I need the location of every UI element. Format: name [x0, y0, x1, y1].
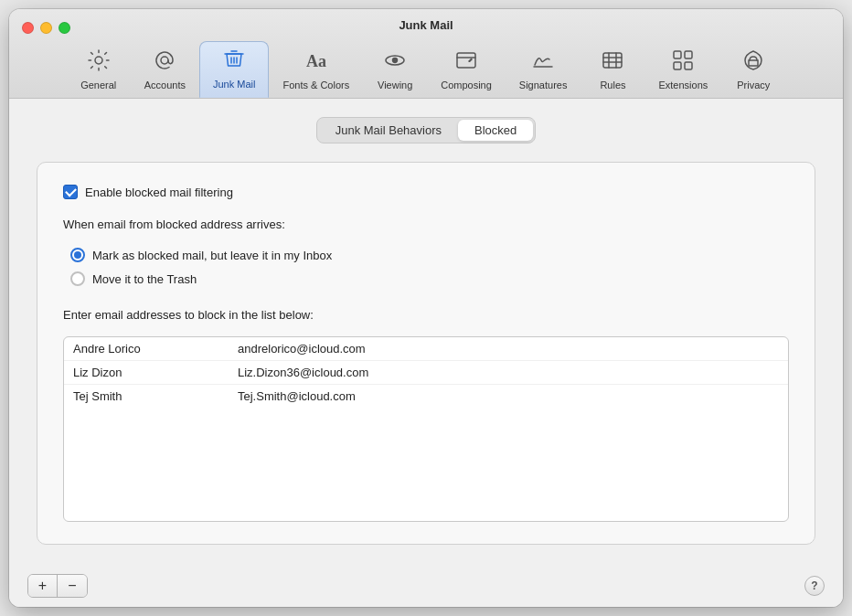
settings-panel: Enable blocked mail filtering When email… [37, 162, 815, 545]
list-section-label: Enter email addresses to block in the li… [63, 308, 789, 322]
svg-rect-5 [457, 53, 475, 68]
window-title: Junk Mail [399, 18, 453, 32]
fonts-icon: Aa [304, 48, 328, 76]
bottom-bar: + − ? [9, 563, 843, 607]
svg-rect-8 [685, 51, 692, 58]
contact-name-0: Andre Lorico [73, 342, 183, 356]
close-button[interactable] [22, 22, 34, 34]
segment-blocked[interactable]: Blocked [458, 120, 533, 141]
table-row: Andre Lorico andrelorico@icloud.com [64, 337, 788, 361]
toolbar-label-viewing: Viewing [378, 80, 412, 90]
toolbar-item-rules[interactable]: Rules [580, 42, 644, 98]
radio-move-trash-button[interactable] [70, 271, 85, 286]
content-area: Junk Mail Behaviors Blocked Enable block… [9, 99, 843, 563]
segment-junk-behaviors[interactable]: Junk Mail Behaviors [319, 120, 458, 141]
add-button[interactable]: + [28, 575, 58, 597]
toolbar: General Accounts [58, 41, 795, 98]
remove-button[interactable]: − [58, 575, 87, 597]
toolbar-label-privacy: Privacy [737, 80, 770, 90]
extensions-icon [671, 48, 695, 76]
toolbar-item-extensions[interactable]: Extensions [644, 42, 721, 98]
toolbar-item-viewing[interactable]: Viewing [363, 42, 427, 98]
contact-name-1: Liz Dizon [73, 366, 183, 379]
enable-filter-checkbox[interactable] [63, 185, 78, 199]
svg-point-1 [161, 57, 168, 64]
traffic-lights [22, 22, 70, 34]
svg-rect-10 [685, 62, 692, 69]
main-window: Junk Mail General [9, 9, 843, 607]
signatures-icon [531, 48, 555, 76]
gear-icon [87, 48, 111, 76]
radio-move-trash-label: Move it to the Trash [92, 272, 197, 286]
radio-mark-blocked-label: Mark as blocked mail, but leave it in my… [92, 249, 332, 262]
title-bar: Junk Mail General [9, 9, 843, 99]
svg-text:Aa: Aa [306, 52, 326, 70]
rules-icon [601, 48, 624, 76]
svg-rect-7 [674, 51, 681, 58]
toolbar-label-junk-mail: Junk Mail [213, 79, 255, 90]
svg-point-4 [393, 58, 398, 63]
radio-group: Mark as blocked mail, but leave it in my… [70, 248, 789, 286]
svg-point-0 [95, 57, 102, 64]
toolbar-label-extensions: Extensions [658, 80, 708, 90]
at-icon [153, 48, 176, 76]
segmented-control: Junk Mail Behaviors Blocked [316, 117, 537, 143]
junk-icon [222, 48, 246, 75]
svg-rect-9 [674, 62, 681, 69]
contact-name-2: Tej Smith [73, 389, 183, 403]
toolbar-label-composing: Composing [441, 80, 492, 90]
toolbar-item-accounts[interactable]: Accounts [131, 42, 199, 98]
toolbar-item-composing[interactable]: Composing [427, 42, 506, 98]
enable-filter-label: Enable blocked mail filtering [85, 186, 233, 199]
privacy-icon [741, 48, 765, 76]
svg-rect-6 [603, 53, 622, 68]
when-arrives-label: When email from blocked address arrives: [63, 218, 789, 231]
add-remove-group: + − [27, 574, 88, 598]
viewing-icon [383, 48, 407, 76]
contact-email-2: Tej.Smith@icloud.com [238, 389, 356, 403]
toolbar-item-fonts-colors[interactable]: Aa Fonts & Colors [269, 42, 363, 98]
radio-mark-blocked[interactable]: Mark as blocked mail, but leave it in my… [70, 248, 789, 262]
toolbar-label-fonts: Fonts & Colors [282, 80, 349, 90]
toolbar-label-accounts: Accounts [144, 80, 186, 90]
contact-email-0: andrelorico@icloud.com [238, 342, 366, 356]
enable-filter-row: Enable blocked mail filtering [63, 185, 789, 199]
composing-icon [454, 48, 478, 76]
toolbar-item-general[interactable]: General [67, 42, 131, 98]
email-list[interactable]: Andre Lorico andrelorico@icloud.com Liz … [63, 336, 789, 522]
toolbar-item-privacy[interactable]: Privacy [721, 42, 785, 98]
toolbar-item-signatures[interactable]: Signatures [506, 42, 581, 98]
radio-mark-blocked-button[interactable] [70, 248, 85, 262]
toolbar-label-rules: Rules [600, 80, 625, 90]
toolbar-label-general: General [80, 80, 116, 90]
table-row: Tej Smith Tej.Smith@icloud.com [64, 385, 788, 408]
help-button[interactable]: ? [804, 576, 825, 596]
table-row: Liz Dizon Liz.Dizon36@icloud.com [64, 361, 788, 385]
radio-move-trash[interactable]: Move it to the Trash [70, 271, 789, 286]
minimize-button[interactable] [40, 22, 52, 34]
contact-email-1: Liz.Dizon36@icloud.com [238, 366, 368, 379]
toolbar-label-signatures: Signatures [519, 80, 568, 90]
toolbar-item-junk-mail[interactable]: Junk Mail [199, 41, 269, 98]
maximize-button[interactable] [59, 22, 70, 34]
